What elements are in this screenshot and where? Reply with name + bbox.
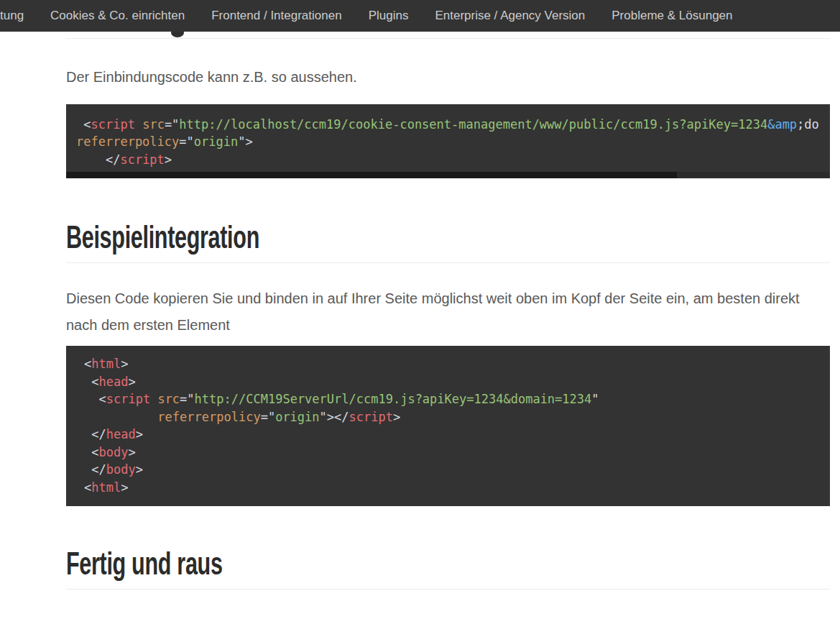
intro-paragraph: Der Einbindungscode kann z.B. so aussehe… [66,64,830,91]
code-text: <script src="http://localhost/ccm19/cook… [66,116,830,169]
code-block-embed-snippet: <script src="http://localhost/ccm19/cook… [66,104,830,179]
nav-item-enterprise-agency[interactable]: Enterprise / Agency Version [435,0,585,32]
section-heading-fertig-und-raus: Fertig und raus [66,545,830,590]
horizontal-scrollbar-thumb[interactable] [66,172,677,178]
horizontal-scrollbar-track[interactable] [66,172,830,178]
nav-item-cookies-einrichten[interactable]: Cookies & Co. einrichten [50,0,185,32]
section-heading-beispielintegration: Beispielintegration [66,219,830,263]
fertig-paragraph: Wenn Sie fertig sind, klicken Sie auf de… [66,612,830,619]
nav-item-frontend-integrationen[interactable]: Frontend / Integrationen [211,0,341,32]
beispielintegration-paragraph: Diesen Code kopieren Sie und binden in a… [66,285,830,338]
top-navbar: tung Cookies & Co. einrichten Frontend /… [0,0,840,32]
nav-item-partial[interactable]: tung [0,0,24,32]
code-text: <html> <head> <script src="http://CCM19S… [84,355,830,496]
code-block-example-integration: <html> <head> <script src="http://CCM19S… [66,346,830,506]
main-content: Der Einbindungscode kann z.B. so aussehe… [66,32,830,619]
cutoff-heading-underline [66,32,830,39]
section-heading-text: Beispielintegration [66,219,259,256]
nav-item-probleme-loesungen[interactable]: Probleme & Lösungen [611,0,732,32]
nav-item-plugins[interactable]: Plugins [369,0,409,32]
section-heading-text: Fertig und raus [66,545,223,582]
cutoff-heading-descender [171,32,184,37]
